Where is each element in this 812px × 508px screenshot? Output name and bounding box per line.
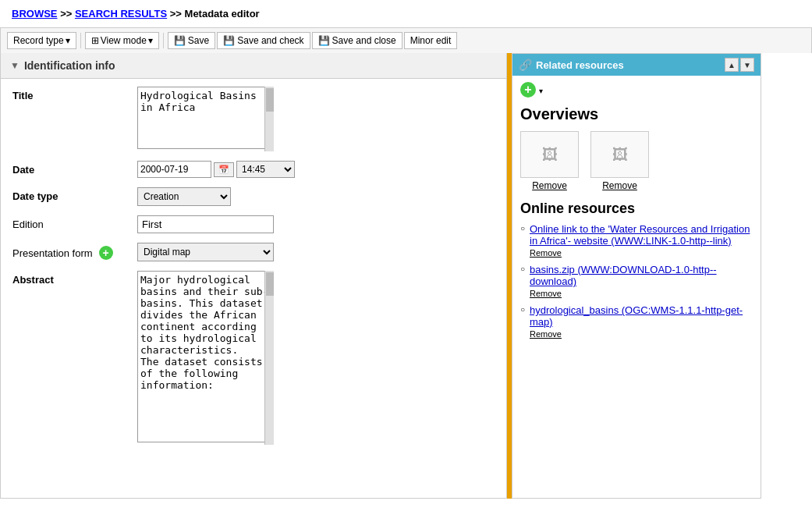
abstract-scrollbar-thumb: [266, 272, 274, 296]
form-area: Title Hydrological Basins in Africa Date: [1, 79, 506, 462]
title-label: Title: [12, 87, 129, 101]
online-item-3: hydrological_basins (OGC:WMS-1.1.1-http-…: [520, 304, 753, 339]
abstract-scrollbar: [264, 271, 274, 445]
online-remove-2[interactable]: Remove: [530, 289, 753, 298]
view-mode-icon: ⊞: [91, 35, 99, 46]
date-type-row: Date type Creation Publication Revision: [12, 187, 495, 206]
section-title: Identification info: [24, 59, 115, 72]
abstract-label: Abstract: [12, 271, 129, 286]
separator-2: [163, 33, 164, 48]
date-type-control: Creation Publication Revision: [137, 187, 495, 206]
presentation-form-select[interactable]: Digital map Document digital Image digit…: [137, 243, 274, 261]
view-mode-chevron: ▾: [148, 35, 153, 46]
online-resources-list: Online link to the 'Water Resources and …: [520, 223, 753, 339]
overview-img-1: 🖼: [520, 131, 579, 178]
view-mode-dropdown[interactable]: ⊞ View mode ▾: [85, 32, 159, 49]
date-row: Date 📅 14:45: [12, 161, 495, 178]
right-panel: 🔗 Related resources ▲ ▼ + ▾ Overviews: [512, 53, 761, 499]
online-remove-3[interactable]: Remove: [530, 329, 753, 339]
breadcrumb: BROWSE >> SEARCH RESULTS >> Metadata edi…: [0, 0, 812, 27]
online-link-2[interactable]: basins.zip (WWW:DOWNLOAD-1.0-http--downl…: [530, 264, 717, 287]
overview-item-1: 🖼 Remove: [520, 131, 579, 191]
overview-item-2: 🖼 Remove: [590, 131, 649, 191]
time-select[interactable]: 14:45: [236, 161, 295, 178]
related-resources-icon: 🔗: [519, 59, 532, 71]
online-resources-title: Online resources: [520, 201, 753, 217]
save-check-icon: 💾: [223, 35, 235, 46]
rp-add-row: + ▾: [520, 82, 753, 98]
date-control: 📅 14:45: [137, 161, 495, 178]
rp-header-buttons: ▲ ▼: [725, 58, 754, 72]
rp-up-button[interactable]: ▲: [725, 58, 739, 72]
save-close-button[interactable]: 💾 Save and close: [312, 32, 402, 49]
rp-add-dropdown-arrow: ▾: [539, 87, 543, 95]
online-item-1: Online link to the 'Water Resources and …: [520, 223, 753, 258]
abstract-input[interactable]: Major hydrological basins and their sub-…: [137, 271, 274, 442]
online-link-3[interactable]: hydrological_basins (OGC:WMS-1.1.1-http-…: [530, 304, 743, 328]
online-link-1[interactable]: Online link to the 'Water Resources and …: [530, 223, 750, 247]
overview-placeholder-icon-1: 🖼: [542, 146, 558, 164]
view-mode-label: View mode: [101, 35, 147, 46]
related-resources-header: 🔗 Related resources ▲ ▼: [512, 54, 761, 76]
date-picker-button[interactable]: 📅: [214, 162, 234, 177]
title-scrollbar-thumb: [266, 88, 274, 112]
online-resources-section: Online resources Online link to the 'Wat…: [520, 201, 753, 339]
related-resources-title: Related resources: [536, 59, 624, 71]
rp-header-left: 🔗 Related resources: [519, 59, 624, 71]
edition-control: [137, 215, 495, 233]
online-remove-1[interactable]: Remove: [530, 248, 753, 258]
date-type-select[interactable]: Creation Publication Revision: [137, 187, 231, 206]
browse-link[interactable]: BROWSE: [12, 8, 58, 20]
abstract-control: Major hydrological basins and their sub-…: [137, 271, 495, 445]
edition-label: Edition: [12, 215, 129, 230]
record-type-dropdown[interactable]: Record type ▾: [7, 32, 76, 49]
rp-body: + ▾ Overviews 🖼 Remove 🖼: [512, 76, 761, 498]
presentation-form-add-button[interactable]: +: [99, 246, 113, 260]
identification-section-header: ▼ Identification info: [1, 53, 506, 79]
save-check-button[interactable]: 💾 Save and check: [217, 32, 310, 49]
record-type-chevron: ▾: [66, 35, 70, 46]
online-item-2: basins.zip (WWW:DOWNLOAD-1.0-http--downl…: [520, 264, 753, 298]
minor-edit-button[interactable]: Minor edit: [404, 32, 458, 49]
save-icon: 💾: [174, 35, 186, 46]
editor-wrapper: ▼ Identification info Title Hydrological…: [0, 53, 507, 499]
search-results-link[interactable]: SEARCH RESULTS: [75, 8, 167, 20]
rp-add-button[interactable]: +: [520, 82, 536, 98]
edition-input[interactable]: [137, 215, 274, 233]
presentation-form-control: Digital map Document digital Image digit…: [137, 243, 495, 261]
current-page: Metadata editor: [185, 8, 260, 20]
overviews-row: 🖼 Remove 🖼 Remove: [520, 131, 753, 191]
abstract-row: Abstract Major hydrological basins and t…: [12, 271, 495, 445]
section-toggle[interactable]: ▼: [10, 60, 20, 71]
overview-placeholder-icon-2: 🖼: [612, 146, 628, 164]
date-type-label: Date type: [12, 187, 129, 202]
overview-remove-2[interactable]: Remove: [590, 180, 649, 191]
date-label: Date: [12, 161, 129, 176]
edition-row: Edition: [12, 215, 495, 233]
presentation-form-row: Presentation form + Digital map Document…: [12, 243, 495, 261]
editor-panel: ▼ Identification info Title Hydrological…: [0, 53, 507, 499]
overview-img-2: 🖼: [590, 131, 649, 178]
title-control: Hydrological Basins in Africa: [137, 87, 495, 151]
presentation-form-label: Presentation form +: [12, 243, 129, 260]
rp-down-button[interactable]: ▼: [740, 58, 754, 72]
title-input[interactable]: Hydrological Basins in Africa: [137, 87, 274, 149]
toolbar: Record type ▾ ⊞ View mode ▾ 💾 Save 💾 Sav…: [0, 27, 812, 53]
record-type-label: Record type: [13, 35, 64, 46]
save-close-icon: 💾: [318, 35, 330, 46]
overview-remove-1[interactable]: Remove: [520, 180, 579, 191]
date-input[interactable]: [137, 161, 211, 178]
title-scrollbar: [264, 87, 274, 151]
title-row: Title Hydrological Basins in Africa: [12, 87, 495, 151]
save-button[interactable]: 💾 Save: [168, 32, 215, 49]
overviews-title: Overviews: [520, 105, 753, 123]
separator-1: [80, 33, 81, 48]
overviews-section: Overviews 🖼 Remove 🖼 Remove: [520, 105, 753, 191]
main-container: ▼ Identification info Title Hydrological…: [0, 53, 812, 499]
